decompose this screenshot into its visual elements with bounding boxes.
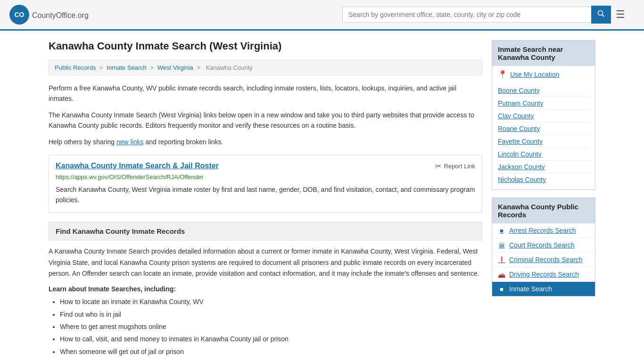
menu-button[interactable]: ☰ <box>616 8 625 21</box>
sidebar-roane-county[interactable]: Roane County <box>498 123 589 135</box>
inmate-icon: ■ <box>498 285 505 293</box>
breadcrumb-west-virginia[interactable]: West Virginia <box>157 64 193 71</box>
sidebar-putnam-county[interactable]: Putnam County <box>498 97 589 110</box>
find-section-body: A Kanawha County Inmate Search provides … <box>49 246 482 280</box>
list-item: When someone will get out of jail or pri… <box>60 346 482 357</box>
hamburger-icon: ☰ <box>616 8 625 20</box>
list-item: How to locate an inmate in Kanawha Count… <box>60 296 482 307</box>
page-title: Kanawha County Inmate Search (West Virgi… <box>49 40 482 52</box>
logo-text: CountyOffice.org <box>32 9 89 20</box>
list-item: Find out who is in jail <box>60 309 482 320</box>
description-para3: Help others by sharing new links and rep… <box>49 137 482 147</box>
search-area: ☰ <box>342 6 625 24</box>
sidebar-nicholas-county[interactable]: Nicholas County <box>498 173 589 186</box>
driving-icon: 🚗 <box>498 271 505 278</box>
sidebar-boone-county[interactable]: Boone County <box>498 84 589 97</box>
location-pin-icon: 📍 <box>498 70 507 79</box>
nearby-section: Inmate Search near Kanawha County 📍 Use … <box>492 40 595 190</box>
nearby-section-title: Inmate Search near Kanawha County <box>492 41 595 66</box>
svg-text:CO: CO <box>15 11 25 18</box>
content-wrapper: Kanawha County Inmate Search (West Virgi… <box>39 31 605 362</box>
search-button[interactable] <box>591 6 611 24</box>
driving-records-link[interactable]: 🚗 Driving Records Search <box>492 267 595 282</box>
link-card: Kanawha County Inmate Search & Jail Rost… <box>49 155 482 213</box>
arrest-icon: ■ <box>498 227 505 234</box>
public-records-section: Kanawha County Public Records ■ Arrest R… <box>492 197 595 296</box>
svg-line-3 <box>603 15 604 17</box>
criminal-records-link[interactable]: ❗ Criminal Records Search <box>492 253 595 267</box>
search-input[interactable] <box>342 7 591 23</box>
description-para1: Perform a free Kanawha County, WV public… <box>49 83 482 104</box>
nearby-counties-list: Boone County Putnam County Clay County R… <box>492 81 595 189</box>
main-content: Kanawha County Inmate Search (West Virgi… <box>49 40 482 359</box>
sidebar-fayette-county[interactable]: Fayette County <box>498 135 589 148</box>
criminal-icon: ❗ <box>498 256 505 263</box>
learn-label: Learn about Inmate Searches, including: <box>49 285 482 293</box>
find-section-header: Find Kanawha County Inmate Records <box>49 222 482 240</box>
header: CO CountyOffice.org ☰ <box>0 0 644 31</box>
svg-point-2 <box>598 11 603 16</box>
arrest-records-link[interactable]: ■ Arrest Records Search <box>492 223 595 238</box>
bullet-list: How to locate an inmate in Kanawha Count… <box>60 296 482 357</box>
logo-area: CO CountyOffice.org <box>9 5 89 25</box>
breadcrumb-public-records[interactable]: Public Records <box>55 64 96 71</box>
description-para2: The Kanawha County Inmate Search (West V… <box>49 110 482 131</box>
scissors-icon: ✂ <box>435 162 441 171</box>
breadcrumb-inmate-search[interactable]: Inmate Search <box>107 64 147 71</box>
court-icon: 🏛 <box>498 241 505 249</box>
link-url[interactable]: https://apps.wv.gov/OIS/OffenderSearch/R… <box>56 173 475 181</box>
use-my-location-link[interactable]: Use My Location <box>510 71 559 78</box>
public-records-list: ■ Arrest Records Search 🏛 Court Records … <box>492 223 595 296</box>
list-item: How to call, visit, and send money to in… <box>60 334 482 344</box>
court-records-link[interactable]: 🏛 Court Records Search <box>492 238 595 253</box>
sidebar-clay-county[interactable]: Clay County <box>498 110 589 123</box>
inmate-search-link[interactable]: ■ Inmate Search <box>492 282 595 296</box>
logo-suffix: .org <box>75 11 89 19</box>
use-my-location: 📍 Use My Location <box>492 66 595 81</box>
sidebar-lincoln-county[interactable]: Lincoln County <box>498 148 589 161</box>
logo-brand: CountyOffice <box>32 11 75 19</box>
list-item: Where to get arrest mugshots online <box>60 321 482 332</box>
sidebar: Inmate Search near Kanawha County 📍 Use … <box>492 40 595 359</box>
breadcrumb: Public Records > Inmate Search > West Vi… <box>49 60 482 75</box>
link-card-title[interactable]: Kanawha County Inmate Search & Jail Rost… <box>56 162 219 170</box>
new-links-link[interactable]: new links <box>116 138 144 146</box>
report-link-button[interactable]: ✂ Report Link <box>435 162 475 171</box>
breadcrumb-current: Kanawha County <box>206 64 253 71</box>
link-card-header: Kanawha County Inmate Search & Jail Rost… <box>56 162 475 171</box>
public-records-title: Kanawha County Public Records <box>492 198 595 223</box>
sidebar-jackson-county[interactable]: Jackson County <box>498 161 589 173</box>
link-description: Search Kanawha County, West Virginia inm… <box>56 184 475 206</box>
logo-icon: CO <box>9 5 29 25</box>
